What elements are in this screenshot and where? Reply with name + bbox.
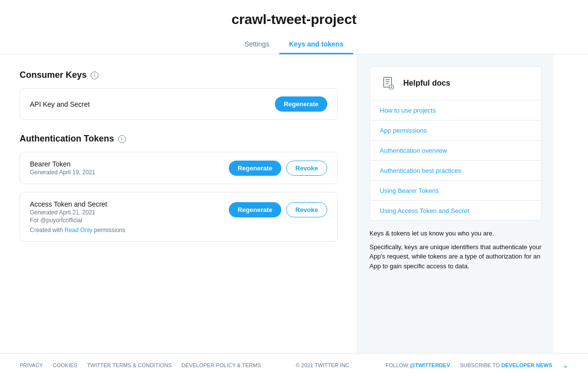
access-token-subtitle2: For @puyorfcofficial bbox=[30, 217, 125, 224]
auth-tokens-info-icon[interactable]: i bbox=[118, 135, 126, 143]
description-line1: Keys & tokens let us know you who you ar… bbox=[369, 229, 542, 238]
footer-copyright: © 2021 TWITTER INC. bbox=[295, 362, 350, 368]
permission-suffix: permissions bbox=[92, 227, 125, 234]
left-panel: Consumer Keys i API Key and Secret Regen… bbox=[0, 54, 358, 353]
auth-tokens-section: Authentication Tokens i Bearer Token Gen… bbox=[20, 134, 338, 242]
tab-keys-and-tokens[interactable]: Keys and tokens bbox=[279, 35, 353, 54]
footer-policy-link[interactable]: DEVELOPER POLICY & TERMS bbox=[181, 362, 261, 368]
footer-right: FOLLOW @TWITTERDEV SUBSCRIBE TO DEVELOPE… bbox=[386, 360, 568, 370]
consumer-keys-section: Consumer Keys i API Key and Secret Regen… bbox=[20, 70, 338, 120]
svg-rect-3 bbox=[386, 83, 388, 84]
doc-link-auth-best-practices[interactable]: Authentication best practices bbox=[370, 161, 541, 181]
chevron-down-icon[interactable]: ⌄ bbox=[562, 360, 568, 370]
api-key-regenerate-button[interactable]: Regenerate bbox=[275, 96, 327, 112]
auth-tokens-title: Authentication Tokens bbox=[20, 134, 114, 144]
created-with-label: Created with bbox=[30, 227, 63, 234]
doc-link-bearer-tokens[interactable]: Using Bearer Tokens bbox=[370, 181, 541, 201]
footer-cookies-link[interactable]: COOKIES bbox=[52, 362, 77, 368]
docs-icon bbox=[380, 74, 397, 92]
footer-subscribe: SUBSCRIBE TO DEVELOPER NEWS bbox=[460, 362, 552, 368]
access-token-card: Access Token and Secret Generated April … bbox=[20, 192, 338, 242]
consumer-keys-info-icon[interactable]: i bbox=[91, 71, 98, 79]
main-layout: Consumer Keys i API Key and Secret Regen… bbox=[0, 54, 588, 353]
bearer-token-title: Bearer Token bbox=[30, 160, 95, 168]
bearer-token-info: Bearer Token Generated April 19, 2021 bbox=[30, 160, 95, 176]
svg-rect-1 bbox=[386, 79, 390, 80]
doc-link-label-2[interactable]: Authentication overview bbox=[380, 147, 447, 154]
tab-settings[interactable]: Settings bbox=[235, 35, 279, 54]
access-token-actions: Regenerate Revoke bbox=[229, 202, 327, 217]
access-token-title: Access Token and Secret bbox=[30, 200, 125, 208]
subscribe-link[interactable]: DEVELOPER NEWS bbox=[501, 362, 552, 368]
footer-privacy-link[interactable]: PRIVACY bbox=[20, 362, 43, 368]
doc-link-app-permissions[interactable]: App permissions bbox=[370, 120, 541, 141]
tab-bar: Settings Keys and tokens bbox=[0, 35, 588, 54]
access-token-revoke-button[interactable]: Revoke bbox=[286, 202, 327, 217]
access-token-permission: Created with Read Only permissions bbox=[30, 227, 125, 234]
bearer-token-actions: Regenerate Revoke bbox=[229, 161, 327, 176]
bearer-token-regenerate-button[interactable]: Regenerate bbox=[229, 161, 281, 176]
consumer-keys-title: Consumer Keys bbox=[20, 70, 87, 80]
right-panel: Helpful docs How to use projects App per… bbox=[358, 54, 554, 353]
description-box: Keys & tokens let us know you who you ar… bbox=[369, 229, 542, 271]
access-token-subtitle1: Generated April 21, 2021 bbox=[30, 209, 125, 216]
permission-link[interactable]: Read Only bbox=[65, 227, 93, 234]
svg-rect-2 bbox=[386, 81, 390, 82]
doc-link-label-5[interactable]: Using Access Token and Secret bbox=[380, 207, 469, 214]
bearer-token-card: Bearer Token Generated April 19, 2021 Re… bbox=[20, 152, 338, 184]
helpful-docs-card: Helpful docs How to use projects App per… bbox=[369, 66, 542, 221]
footer-links: PRIVACY COOKIES TWITTER TERMS & CONDITIO… bbox=[20, 362, 261, 368]
follow-handle-link[interactable]: @TWITTERDEV bbox=[410, 362, 450, 368]
api-key-actions: Regenerate bbox=[275, 96, 327, 112]
doc-link-auth-overview[interactable]: Authentication overview bbox=[370, 141, 541, 161]
doc-link-label-4[interactable]: Using Bearer Tokens bbox=[380, 187, 439, 194]
access-token-info: Access Token and Secret Generated April … bbox=[30, 200, 125, 234]
helpful-docs-title: Helpful docs bbox=[403, 79, 450, 88]
doc-link-access-token-secret[interactable]: Using Access Token and Secret bbox=[370, 201, 541, 220]
footer: PRIVACY COOKIES TWITTER TERMS & CONDITIO… bbox=[0, 353, 588, 376]
doc-link-how-to-use-projects[interactable]: How to use projects bbox=[370, 100, 541, 120]
consumer-keys-header: Consumer Keys i bbox=[20, 70, 338, 80]
api-key-card: API Key and Secret Regenerate bbox=[20, 88, 338, 120]
doc-link-label-3[interactable]: Authentication best practices bbox=[380, 167, 461, 174]
header: crawl-tweet-project Settings Keys and to… bbox=[0, 0, 588, 54]
bearer-token-subtitle: Generated April 19, 2021 bbox=[30, 169, 95, 176]
bearer-token-revoke-button[interactable]: Revoke bbox=[286, 161, 327, 176]
project-title: crawl-tweet-project bbox=[0, 12, 588, 27]
doc-link-label-1[interactable]: App permissions bbox=[380, 127, 427, 134]
access-token-regenerate-button[interactable]: Regenerate bbox=[229, 202, 281, 217]
subscribe-label: SUBSCRIBE TO bbox=[460, 362, 500, 368]
auth-tokens-header: Authentication Tokens i bbox=[20, 134, 338, 144]
footer-terms-link[interactable]: TWITTER TERMS & CONDITIONS bbox=[87, 362, 172, 368]
api-key-label: API Key and Secret bbox=[30, 100, 90, 108]
footer-follow: FOLLOW @TWITTERDEV bbox=[386, 362, 450, 368]
follow-label: FOLLOW bbox=[386, 362, 408, 368]
doc-link-label-0[interactable]: How to use projects bbox=[380, 107, 436, 114]
description-line2: Specifically, keys are unique identifier… bbox=[369, 242, 542, 271]
helpful-docs-header: Helpful docs bbox=[370, 67, 541, 100]
